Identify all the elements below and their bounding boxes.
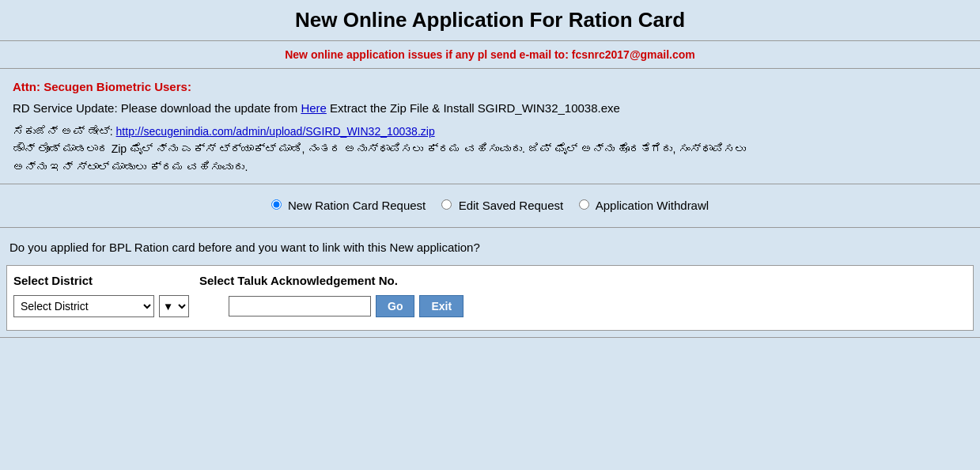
attn-label: Attn: Secugen Biometric Users: <box>13 80 967 93</box>
bpl-question: Do you applied for BPL Ration card befor… <box>6 237 974 257</box>
radio-section: New Ration Card Request Edit Saved Reque… <box>0 184 980 228</box>
district-row: Select District Select Taluk Acknowledge… <box>6 265 974 331</box>
col-district-label: Select District <box>13 274 199 287</box>
radio-new-ration-text: New Ration Card Request <box>288 199 426 212</box>
bpl-section: Do you applied for BPL Ration card befor… <box>0 228 980 338</box>
small-select[interactable]: ▼ <box>159 295 189 317</box>
info-section: Attn: Secugen Biometric Users: RD Servic… <box>0 69 980 184</box>
kannada-line2: ಡೌನ್ ಲೋಡ್ ಮಾಡಲಾದ Zip ಫೈಲ್ ನ್ನು ಎಕ್ಸ್ ಟ್ರ… <box>13 142 746 155</box>
rd-service-text1: RD Service Update: Please download the u… <box>13 101 301 115</box>
district-header: Select District Select Taluk Acknowledge… <box>13 274 967 287</box>
taluk-ack-input[interactable] <box>229 296 371 316</box>
col-taluk-label: Select Taluk Acknowledgement No. <box>199 274 398 287</box>
rd-update-line: RD Service Update: Please download the u… <box>13 101 967 115</box>
radio-new-ration[interactable] <box>271 199 282 210</box>
kannada-line3: ಅನ್ನು ಇನ್ ಸ್ಟಾಲ್ ಮಾಡುಲು ಕ್ರಮ ವಹಿಸುವುದು. <box>13 161 248 173</box>
radio-app-withdraw-text: Application Withdrawl <box>596 199 709 212</box>
kannada-prefix: ಸೆಕುಜೆನ್ ಅಪ್ ಡೇಟ್: <box>13 125 116 138</box>
radio-new-ration-label[interactable]: New Ration Card Request <box>271 199 429 212</box>
page-title: New Online Application For Ration Card <box>0 8 980 32</box>
district-select[interactable]: Select District <box>13 295 154 317</box>
go-button[interactable]: Go <box>376 295 414 317</box>
email-notice-text: New online application issues if any pl … <box>285 48 695 61</box>
here-link[interactable]: Here <box>301 101 327 115</box>
radio-app-withdraw[interactable] <box>579 199 589 210</box>
kannada-text: ಸೆಕುಜೆನ್ ಅಪ್ ಡೇಟ್: http://secugenindia.c… <box>13 123 967 176</box>
radio-app-withdraw-label[interactable]: Application Withdrawl <box>579 199 709 212</box>
kannada-link[interactable]: http://secugenindia.com/admin/upload/SGI… <box>116 125 435 138</box>
radio-edit-saved-label[interactable]: Edit Saved Request <box>441 199 566 212</box>
email-notice: New online application issues if any pl … <box>0 41 980 69</box>
radio-edit-saved-text: Edit Saved Request <box>459 199 564 212</box>
radio-edit-saved[interactable] <box>441 199 452 210</box>
exit-button[interactable]: Exit <box>419 295 464 317</box>
district-controls: Select District ▼ Go Exit <box>13 295 967 317</box>
page-title-bar: New Online Application For Ration Card <box>0 0 980 41</box>
rd-service-text2: Extract the Zip File & Install SGIRD_WIN… <box>327 101 620 115</box>
